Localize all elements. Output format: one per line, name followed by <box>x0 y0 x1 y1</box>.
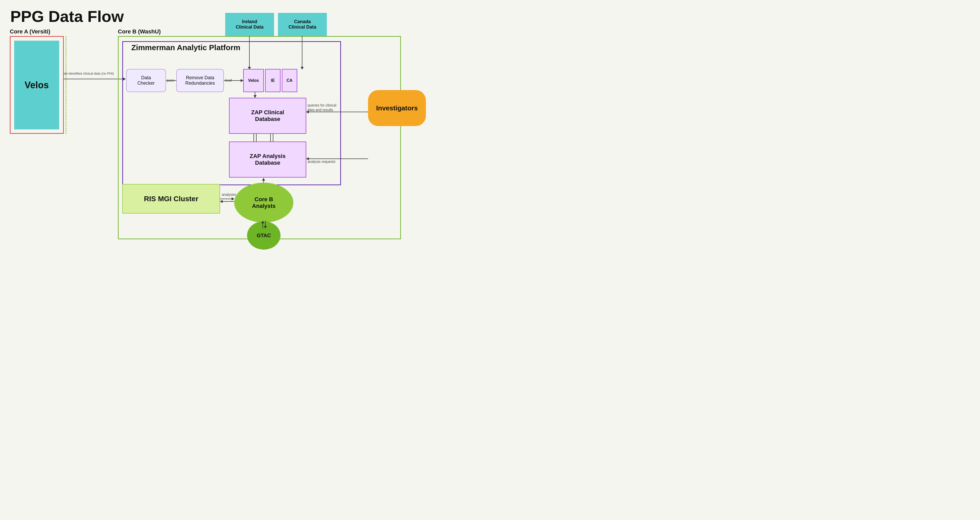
double-line-3 <box>270 134 271 142</box>
de-identified-label: de-identified clinical data (no PHI) <box>64 72 114 75</box>
zap-analysis-database-box: ZAP AnalysisDatabase <box>229 142 306 178</box>
arrow-sm-to-clinical <box>255 92 255 98</box>
page-title: PPG Data Flow <box>10 7 124 25</box>
arrow-gtac-down <box>265 221 266 229</box>
arrow-gtac-up <box>262 221 263 229</box>
queries-label: queries for clinicaldata and results <box>307 103 336 112</box>
double-line-1 <box>253 134 254 142</box>
arrow-analysis-to-investigators <box>306 159 368 159</box>
canada-clinical-data-box: CanadaClinical Data <box>278 13 327 36</box>
dashed-separator-1 <box>65 36 67 134</box>
arrow-clinical-to-investigators <box>306 112 368 112</box>
arrow-analysts-to-zap <box>263 178 264 183</box>
ris-mgi-cluster-box: RIS MGI Cluster <box>122 184 220 213</box>
double-line-2 <box>256 134 256 142</box>
velos-label: Velos <box>24 80 49 91</box>
ireland-clinical-data-box: IrelandClinical Data <box>225 13 274 36</box>
remove-redundancies-box: Remove DataRedundancies <box>176 69 224 92</box>
zap-clinical-database-box: ZAP ClinicalDatabase <box>229 98 306 134</box>
analyses-label: analyses <box>222 192 236 197</box>
arrow-ireland-down <box>249 36 250 70</box>
arrow-rdr-to-velos-sm <box>224 80 243 81</box>
analysis-requests-label: analysis requests <box>307 159 335 164</box>
arrow-canada-down <box>302 36 302 70</box>
velos-small-box: Velos <box>243 69 264 92</box>
analysts-blob: Core BAnalysts <box>234 183 293 223</box>
investigators-box: Investigators <box>368 90 426 126</box>
core-b-label: Core B (WashU) <box>118 28 161 35</box>
ie-small-box: IE <box>265 69 280 92</box>
gtac-blob: GTAC <box>247 221 280 250</box>
core-a-label: Core A (Versiti) <box>10 28 50 35</box>
velos-box: Velos <box>14 41 59 129</box>
arrow-velos-to-checker <box>64 79 126 79</box>
arrow-analysts-to-ris <box>220 201 234 202</box>
double-line-4 <box>273 134 273 142</box>
ca-small-box: CA <box>282 69 297 92</box>
zap-platform-label: Zimmerman Analytic Platform <box>131 43 240 52</box>
data-checker-box: DataChecker <box>126 69 166 92</box>
arrow-ris-to-analysts <box>220 199 234 199</box>
